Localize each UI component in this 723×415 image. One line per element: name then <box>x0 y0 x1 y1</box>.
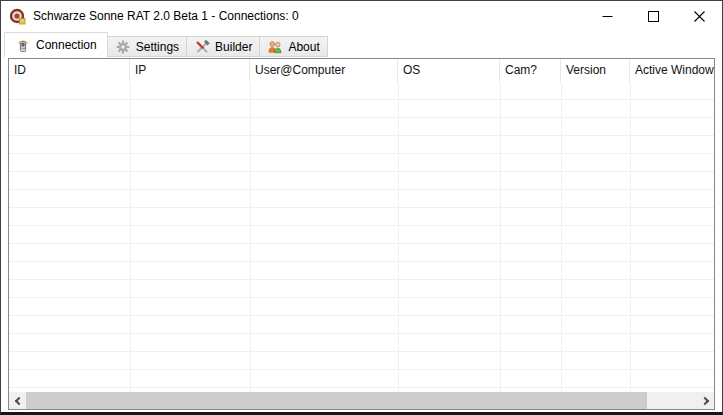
users-icon <box>267 39 283 55</box>
column-header-user-computer[interactable]: User@Computer <box>250 59 398 82</box>
column-header-cam[interactable]: Cam? <box>500 59 561 82</box>
connections-list: ID IP User@Computer OS Cam? Version Acti… <box>8 58 715 410</box>
tab-label: Builder <box>215 40 252 54</box>
tab-connection[interactable]: Connection <box>4 32 108 57</box>
minimize-button[interactable] <box>584 1 630 31</box>
minimize-icon <box>602 11 613 22</box>
grid-vline <box>630 82 631 392</box>
tab-label: About <box>288 40 319 54</box>
close-button[interactable] <box>676 1 722 31</box>
maximize-button[interactable] <box>630 1 676 31</box>
grid-vline <box>130 82 131 392</box>
horizontal-scrollbar[interactable] <box>9 392 714 409</box>
tab-builder[interactable]: Builder <box>187 36 260 57</box>
scroll-left-button[interactable] <box>9 392 26 409</box>
list-body[interactable] <box>9 82 714 392</box>
tab-label: Connection <box>36 38 97 52</box>
tab-settings[interactable]: Settings <box>108 36 187 57</box>
tab-about[interactable]: About <box>260 36 327 57</box>
window-title: Schwarze Sonne RAT 2.0 Beta 1 - Connecti… <box>33 9 299 23</box>
titlebar[interactable]: Schwarze Sonne RAT 2.0 Beta 1 - Connecti… <box>1 1 722 31</box>
tools-icon <box>194 39 210 55</box>
grid-vline <box>398 82 399 392</box>
column-header-ip[interactable]: IP <box>130 59 250 82</box>
grid-vline <box>500 82 501 392</box>
chevron-left-icon <box>14 396 22 404</box>
close-icon <box>694 11 705 22</box>
app-window: Schwarze Sonne RAT 2.0 Beta 1 - Connecti… <box>0 0 723 415</box>
tab-bar: Connection Settings <box>1 31 722 57</box>
column-header-version[interactable]: Version <box>561 59 630 82</box>
grid-vline <box>250 82 251 392</box>
scrollbar-track[interactable] <box>647 392 697 409</box>
scrollbar-thumb[interactable] <box>26 392 647 409</box>
gear-icon <box>115 39 131 55</box>
tab-label: Settings <box>136 40 179 54</box>
list-header: ID IP User@Computer OS Cam? Version Acti… <box>9 59 714 82</box>
column-header-id[interactable]: ID <box>9 59 130 82</box>
app-logo-icon <box>9 8 26 25</box>
remote-computer-icon <box>15 37 31 53</box>
chevron-right-icon <box>700 396 708 404</box>
grid-vline <box>561 82 562 392</box>
maximize-icon <box>648 11 659 22</box>
column-header-active-window[interactable]: Active Window <box>630 59 714 82</box>
column-header-os[interactable]: OS <box>398 59 500 82</box>
caption-buttons <box>584 1 722 31</box>
scroll-right-button[interactable] <box>697 392 714 409</box>
